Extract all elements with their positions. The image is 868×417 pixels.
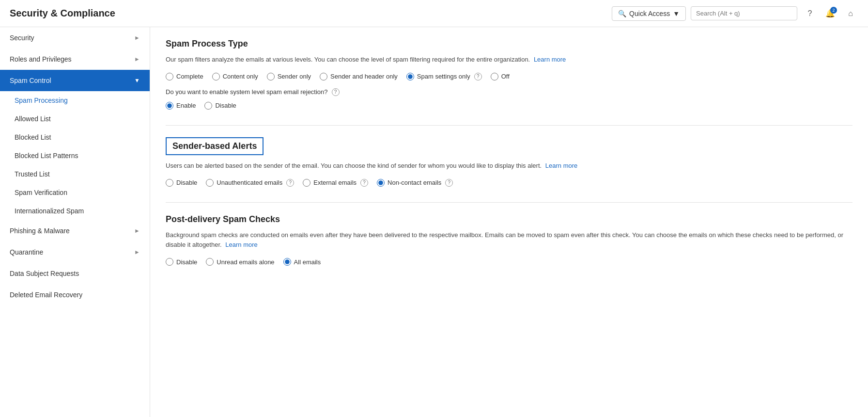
post-delivery-title: Post-delivery Spam Checks: [166, 214, 852, 225]
option-non-contact[interactable]: Non-contact emails ?: [377, 179, 453, 187]
sidebar-item-label: Security: [10, 34, 34, 42]
radio-disable-rejection[interactable]: [204, 102, 212, 110]
sidebar-item-label: Quarantine: [10, 248, 43, 256]
chevron-right-icon: ►: [134, 227, 140, 234]
external-help-icon[interactable]: ?: [360, 179, 368, 187]
sidebar-subitem-label: Spam Verification: [15, 189, 67, 196]
sidebar-item-security[interactable]: Security ►: [0, 27, 150, 48]
option-all-emails[interactable]: All emails: [283, 258, 321, 266]
unauthenticated-help-icon[interactable]: ?: [286, 179, 294, 187]
chevron-right-icon: ►: [134, 56, 140, 63]
spam-process-type-title: Spam Process Type: [166, 39, 852, 49]
rejection-options: Enable Disable: [166, 102, 852, 110]
sidebar-subitem-label: Trusted List: [15, 170, 50, 178]
sender-alerts-desc: Users can be alerted based on the sender…: [166, 161, 852, 171]
sidebar-subitem-blocked-list-patterns[interactable]: Blocked List Patterns: [0, 146, 150, 165]
chevron-down-icon: ▼: [134, 77, 140, 84]
radio-unauthenticated[interactable]: [206, 179, 214, 187]
option-spam-settings-only[interactable]: Spam settings only ?: [406, 73, 482, 80]
radio-sender-only[interactable]: [267, 73, 275, 80]
sidebar-item-spam-control[interactable]: Spam Control ▼: [0, 70, 150, 91]
sidebar-subitem-label: Allowed List: [15, 115, 51, 123]
radio-complete[interactable]: [166, 73, 173, 80]
option-complete[interactable]: Complete: [166, 73, 203, 80]
home-button[interactable]: ⌂: [843, 6, 858, 21]
sender-alerts-title: Sender-based Alerts: [172, 141, 257, 151]
post-delivery-learn-more[interactable]: Learn more: [225, 241, 257, 248]
app-title: Security & Compliance: [10, 8, 612, 19]
radio-content-only[interactable]: [212, 73, 220, 80]
header-right: 🔍 Quick Access ▼ ? 🔔 2 ⌂: [612, 6, 858, 21]
sidebar-item-label: Data Subject Requests: [10, 270, 79, 277]
radio-off[interactable]: [491, 73, 498, 80]
radio-enable[interactable]: [166, 102, 173, 110]
sidebar-item-label: Spam Control: [10, 77, 51, 84]
post-delivery-options: Disable Unread emails alone All emails: [166, 258, 852, 266]
post-delivery-section: Post-delivery Spam Checks Background spa…: [166, 214, 852, 266]
quick-access-button[interactable]: 🔍 Quick Access ▼: [612, 6, 686, 21]
sidebar-subitem-allowed-list[interactable]: Allowed List: [0, 110, 150, 128]
search-icon: 🔍: [618, 10, 626, 17]
quick-access-label: Quick Access: [629, 10, 670, 17]
non-contact-help-icon[interactable]: ?: [445, 179, 453, 187]
radio-all-emails[interactable]: [283, 258, 291, 266]
option-content-only[interactable]: Content only: [212, 73, 258, 80]
sidebar-subitem-internationalized-spam[interactable]: Internationalized Spam: [0, 202, 150, 220]
radio-spam-settings-only[interactable]: [406, 73, 414, 80]
radio-external[interactable]: [303, 179, 310, 187]
sidebar-item-phishing-malware[interactable]: Phishing & Malware ►: [0, 220, 150, 241]
option-sender-only[interactable]: Sender only: [267, 73, 311, 80]
sidebar-item-label: Roles and Privileges: [10, 55, 72, 63]
option-off[interactable]: Off: [491, 73, 510, 80]
sidebar-item-quarantine[interactable]: Quarantine ►: [0, 241, 150, 263]
option-sender-header-only[interactable]: Sender and header only: [320, 73, 398, 80]
sidebar-subitem-label: Internationalized Spam: [15, 207, 84, 215]
chevron-down-icon: ▼: [673, 10, 680, 17]
option-disable-alerts[interactable]: Disable: [166, 179, 197, 187]
spam-settings-help-icon[interactable]: ?: [474, 73, 482, 80]
spam-process-type-desc: Our spam filters analyze the emails at v…: [166, 55, 852, 65]
sidebar-subitem-spam-processing[interactable]: Spam Processing: [0, 91, 150, 110]
sidebar-subitem-label: Blocked List Patterns: [15, 152, 78, 160]
sidebar-item-roles[interactable]: Roles and Privileges ►: [0, 48, 150, 70]
option-unread-only[interactable]: Unread emails alone: [206, 258, 274, 266]
main-content: Spam Process Type Our spam filters analy…: [150, 27, 868, 417]
option-disable-rejection[interactable]: Disable: [204, 102, 236, 110]
rejection-help-icon[interactable]: ?: [332, 88, 340, 96]
sidebar-item-label: Deleted Email Recovery: [10, 291, 82, 299]
search-input[interactable]: [696, 10, 792, 17]
chevron-right-icon: ►: [134, 249, 140, 256]
section-divider-2: [166, 202, 852, 203]
help-button[interactable]: ?: [802, 6, 818, 21]
radio-disable-alerts[interactable]: [166, 179, 173, 187]
sidebar-subitem-label: Blocked List: [15, 133, 51, 141]
radio-sender-header-only[interactable]: [320, 73, 327, 80]
option-disable-post[interactable]: Disable: [166, 258, 197, 266]
sender-alerts-options: Disable Unauthenticated emails ? Externa…: [166, 179, 852, 187]
radio-unread-only[interactable]: [206, 258, 214, 266]
sidebar-item-deleted-email[interactable]: Deleted Email Recovery: [0, 284, 150, 305]
spam-process-learn-more[interactable]: Learn more: [534, 56, 566, 63]
option-external[interactable]: External emails ?: [303, 179, 368, 187]
notifications-button[interactable]: 🔔 2: [822, 6, 838, 21]
sidebar-item-label: Phishing & Malware: [10, 227, 70, 235]
sidebar-subitem-trusted-list[interactable]: Trusted List: [0, 165, 150, 183]
sidebar-subitem-blocked-list[interactable]: Blocked List: [0, 128, 150, 146]
option-unauthenticated[interactable]: Unauthenticated emails ?: [206, 179, 294, 187]
sidebar-subitem-label: Spam Processing: [15, 96, 68, 104]
sidebar: Security ► Roles and Privileges ► Spam C…: [0, 27, 150, 417]
post-delivery-desc: Background spam checks are conducted on …: [166, 230, 852, 251]
sidebar-item-data-subject[interactable]: Data Subject Requests: [0, 263, 150, 284]
body: Security ► Roles and Privileges ► Spam C…: [0, 27, 868, 417]
sender-alerts-box: Sender-based Alerts: [166, 137, 264, 155]
sidebar-subitem-spam-verification[interactable]: Spam Verification: [0, 183, 150, 202]
option-enable[interactable]: Enable: [166, 102, 196, 110]
rejection-question-row: Do you want to enable system level spam …: [166, 88, 852, 96]
chevron-right-icon: ►: [134, 34, 140, 41]
radio-non-contact[interactable]: [377, 179, 385, 187]
section-divider-1: [166, 125, 852, 126]
sender-alerts-learn-more[interactable]: Learn more: [545, 162, 577, 169]
spam-process-type-section: Spam Process Type Our spam filters analy…: [166, 39, 852, 110]
spam-process-type-options: Complete Content only Sender only Sender…: [166, 73, 852, 80]
radio-disable-post[interactable]: [166, 258, 173, 266]
